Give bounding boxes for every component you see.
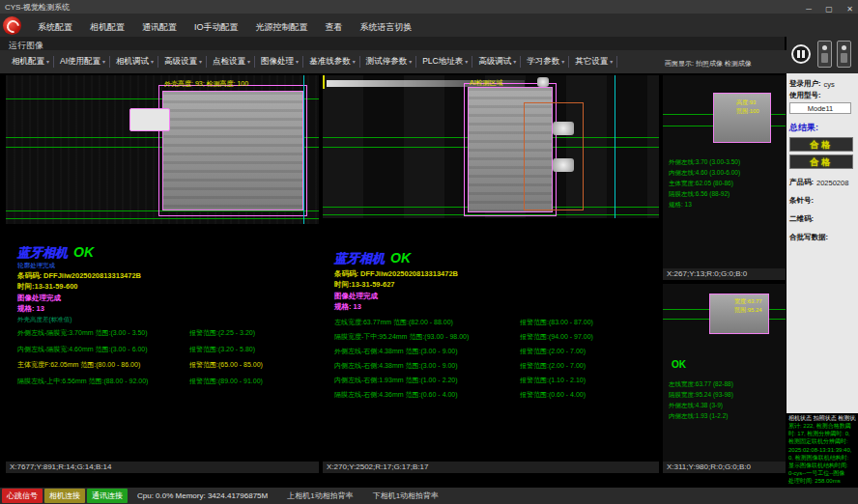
left-camera-image[interactable]: 外壳高度: 93; 检测高度: 100 <box>6 75 319 224</box>
toolbar-item[interactable]: 高级设置▾ <box>158 56 207 68</box>
dropdown-icon: ▾ <box>409 59 412 65</box>
mini-measure-text: 高度:93 <box>736 98 756 107</box>
qr-code-label: 二维码: <box>789 214 855 224</box>
app-logo-icon <box>3 16 21 35</box>
status-chip: 通讯连接 <box>87 489 128 503</box>
camera-control-strip <box>786 37 858 73</box>
measurement-row: 左线宽度:63.77mm 范围:(82.00 - 88.00)报警范围:(83.… <box>334 315 657 329</box>
toolbar-item[interactable]: 其它设置▾ <box>569 56 617 68</box>
menu-item[interactable]: 查看 <box>317 22 352 32</box>
menu-item[interactable]: 光源控制配置 <box>247 22 317 32</box>
measurement-row: 隔膜左线-上中:6.56mm 范围:(88.00 - 92.00)报警范围:(8… <box>17 374 317 390</box>
measure-line: 外侧左线:4.38 (3-9) <box>669 400 733 410</box>
model-value-field[interactable]: Mode11 <box>789 102 851 114</box>
dropdown-icon: ▾ <box>247 59 250 65</box>
result-ok: OK <box>390 250 411 266</box>
connector-part <box>129 108 170 131</box>
dropdown-icon: ▾ <box>561 59 564 65</box>
dropdown-icon: ▾ <box>102 59 105 65</box>
stats-header: 相机状态 拍照状态 检测状态 <box>788 415 856 422</box>
camera-toggle-1-button[interactable] <box>817 41 832 68</box>
left-camera-view[interactable]: 外壳高度: 93; 检测高度: 100 蓝牙相机OK 轮廓处理完成 条码码: D… <box>6 75 319 473</box>
barcode-text: 条码码: DFFJiiw2025020813313472B <box>17 271 141 281</box>
status-chip: 相机连接 <box>44 489 85 503</box>
pause-button[interactable] <box>791 44 811 64</box>
inspected-part <box>162 91 303 210</box>
time-text: 时间:13-31-59-600 <box>17 282 78 292</box>
toolbar-item[interactable]: 测试停参数▾ <box>360 56 417 68</box>
process-note: 轮廓处理完成 <box>17 262 55 270</box>
toolbar-items: 相机配置▾AI使用配置▾相机调试▾高级设置▾点检设置▾图像处理▾基准线参数▾测试… <box>6 56 617 68</box>
measurement-row: 内侧左线-右侧:4.38mm 范围:(3.00 - 9.00)报警范围:(2.0… <box>334 358 657 373</box>
menu-item[interactable]: 通讯配置 <box>133 22 186 32</box>
dropdown-icon: ▾ <box>465 59 468 65</box>
measurement-row: 隔膜宽度-下中:95.24mm 范围:(93.00 - 98.00)报警范围:(… <box>334 329 657 344</box>
mini-measure-text: 范围:95.24 <box>734 306 762 315</box>
tab-run-image[interactable]: 运行图像 <box>0 41 43 50</box>
measurement-row: 隔膜左线-右侧:4.36mm 范围:(0.60 - 4.00)报警范围:(0.6… <box>334 387 657 402</box>
side-panel: 登录用户: cys 使用型号: Mode11 总结果: 合格 合格 产品码: 2… <box>786 73 858 413</box>
maximize-button[interactable]: ▢ <box>825 5 833 14</box>
toolbar-item[interactable]: 点检设置▾ <box>207 56 255 68</box>
dropdown-icon: ▾ <box>513 59 516 65</box>
measurement-row: 外侧左线-隔膜宽:3.70mm 范围:(3.00 - 3.50)报警范围:(2.… <box>17 325 317 342</box>
thumbnail-image[interactable]: 高度:93 范围:100 外侧左线:3.70 (3.00-3.50)内侧左线:4… <box>663 75 786 268</box>
pixel-coords-bar: X:311;Y:980;R:0;G:0;B:0 <box>663 462 786 473</box>
dropdown-icon: ▾ <box>151 59 154 65</box>
result-box-1: 合格 <box>789 137 853 152</box>
toolbar-item[interactable]: PLC地址表▾ <box>416 56 472 68</box>
minimize-button[interactable]: ─ <box>806 5 812 14</box>
stats-line: 时: 17, 检测分辨阈时: 0, <box>788 430 856 437</box>
login-user-value: cys <box>824 80 835 89</box>
stats-line: 处理时间: 258.00ms <box>788 477 856 485</box>
dropdown-icon: ▾ <box>610 59 613 65</box>
pixel-coords-bar: X:7677;Y:891;R:14;G:14;B:14 <box>6 462 319 473</box>
toolbar-item[interactable]: 相机配置▾ <box>6 56 54 68</box>
menu-item[interactable]: 相机配置 <box>81 22 133 32</box>
close-button[interactable]: ✕ <box>846 5 853 14</box>
toolbar-item[interactable]: 学习参数▾ <box>521 56 569 68</box>
status-bar: 心跳信号相机连接通讯连接 Cpu: 0.0% Memory: 3424.4179… <box>0 488 858 504</box>
menu-item[interactable]: 系统配置 <box>29 22 81 32</box>
dropdown-icon: ▾ <box>46 59 49 65</box>
right-bottom-thumbnail-view[interactable]: 宽度:63.77 范围:95.24 OK 左线宽度:63.77 (82-88)隔… <box>663 284 786 473</box>
stats-line: 检测固定联机分辨阈时: <box>788 437 856 445</box>
middle-camera-view[interactable]: AI检测区域 蓝牙相机OK 条码码: DFFJiiw20250208133134… <box>323 75 659 473</box>
stats-line: 0, 检测图像联机结构时: <box>788 454 856 462</box>
upper-camera-rate-text: 上相机1动相拍背率 <box>287 490 353 501</box>
middle-camera-image[interactable]: AI检测区域 <box>323 75 659 218</box>
menu-item[interactable]: IO手动配置 <box>186 22 247 32</box>
window-title: CYS-视觉检测系统 <box>5 2 70 13</box>
lower-camera-rate-text: 下相机1动相拍背率 <box>373 490 439 501</box>
measure-line: 隔膜左线:6.56 (88-92) <box>669 188 740 199</box>
status-chip: 心跳信号 <box>2 489 43 503</box>
titlebar: CYS-视觉检测系统 ─ ▢ ✕ <box>0 0 858 14</box>
barcode-text: 条码码: DFFJiiw2025020813313472B <box>334 269 458 279</box>
camera-result-title: 蓝牙相机OK <box>17 243 94 262</box>
spec-note-text: 外壳高度差(标准值) <box>17 316 72 324</box>
measure-line: 外侧左线:3.70 (3.00-3.50) <box>669 156 740 167</box>
dropdown-icon: ▾ <box>199 59 202 65</box>
ai-roi-rect <box>524 102 584 210</box>
camera-name: 蓝牙相机 <box>17 245 68 260</box>
bright-feature <box>553 158 574 172</box>
camera-toggle-2-button[interactable] <box>837 41 851 68</box>
stats-lines: 累计: 222, 检测合格数阈时: 17, 检测分辨阈时: 0,检测固定联机分辨… <box>788 422 856 486</box>
overlay-ai-text: AI检测区域 <box>470 78 503 88</box>
toolbar-item[interactable]: 图像处理▾ <box>255 56 303 68</box>
toolbar-item[interactable]: 基准线参数▾ <box>303 56 360 68</box>
mini-measure-lines: 左线宽度:63.77 (82-88)隔膜宽度:95.24 (93-98)外侧左线… <box>669 378 733 421</box>
camera-result-title: 蓝牙相机OK <box>334 249 411 267</box>
toolbar-item[interactable]: AI使用配置▾ <box>54 56 110 68</box>
measure-line: 主体宽度:62.05 (80-86) <box>669 178 740 188</box>
process-done-text: 图像处理完成 <box>334 292 378 301</box>
toolbar-item[interactable]: 相机调试▾ <box>110 56 158 68</box>
pixel-coords-bar: X:267;Y:13;R:0;G:0;B:0 <box>663 268 786 280</box>
spec-text: 规格: 13 <box>334 302 361 312</box>
menu-item[interactable]: 系统语言切换 <box>352 22 421 32</box>
stats-line: 2025:02:08-13:31:39:40, <box>788 446 856 454</box>
thumbnail-image[interactable]: 宽度:63.77 范围:95.24 OK 左线宽度:63.77 (82-88)隔… <box>663 284 786 462</box>
right-top-thumbnail-view[interactable]: 高度:93 范围:100 外侧左线:3.70 (3.00-3.50)内侧左线:4… <box>663 75 786 280</box>
toolbar-item[interactable]: 高级调试▾ <box>472 56 521 68</box>
measurement-row: 主体宽度F:62.05mm 范围:(80.00 - 86.00)报警范围:(65… <box>17 357 317 374</box>
